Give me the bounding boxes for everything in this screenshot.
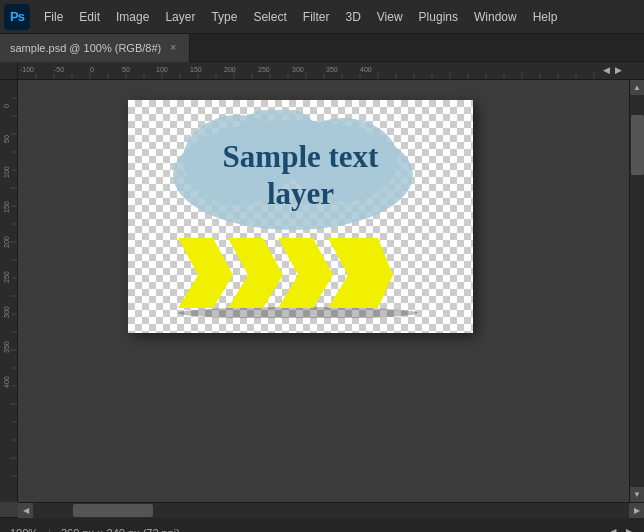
vertical-ruler: 0 50 100 150 200 250 300 350 400 [0,80,18,502]
menu-edit[interactable]: Edit [71,6,108,28]
svg-text:▶: ▶ [615,65,622,75]
document-dimensions: 360 px × 240 px (72 ppi) [61,527,180,533]
svg-text:200: 200 [224,66,236,73]
svg-marker-83 [278,238,333,308]
svg-text:50: 50 [3,135,10,143]
horizontal-ruler: -100 -50 0 50 100 150 200 250 300 350 40… [18,62,644,80]
svg-text:400: 400 [3,376,10,388]
menu-select[interactable]: Select [245,6,294,28]
menu-file[interactable]: File [36,6,71,28]
svg-text:150: 150 [190,66,202,73]
svg-text:300: 300 [292,66,304,73]
svg-text:-100: -100 [20,66,34,73]
scroll-thumb-horizontal[interactable] [73,504,153,517]
svg-text:200: 200 [3,236,10,248]
scroll-up-button[interactable]: ▲ [630,80,645,95]
svg-text:350: 350 [326,66,338,73]
scroll-arrow-left[interactable]: ◀ [608,526,616,532]
canvas-content: Sample text layer [128,100,473,333]
menu-layer[interactable]: Layer [157,6,203,28]
tab-bar: sample.psd @ 100% (RGB/8#) × [0,34,644,62]
document-tab[interactable]: sample.psd @ 100% (RGB/8#) × [0,34,190,62]
svg-text:100: 100 [3,166,10,178]
menu-3d[interactable]: 3D [337,6,368,28]
sample-text-line1: Sample text [223,138,379,175]
menu-type[interactable]: Type [203,6,245,28]
svg-text:250: 250 [258,66,270,73]
menu-help[interactable]: Help [525,6,566,28]
svg-marker-84 [328,238,393,308]
bottom-scrollbar-row: ◀ ▶ [18,502,644,517]
main-area: 0 50 100 150 200 250 300 350 400 [0,80,644,502]
svg-text:-50: -50 [54,66,64,73]
canvas-area[interactable]: Sample text layer [18,80,629,502]
menu-filter[interactable]: Filter [295,6,338,28]
menu-image[interactable]: Image [108,6,157,28]
menu-view[interactable]: View [369,6,411,28]
menu-plugins[interactable]: Plugins [411,6,466,28]
svg-point-80 [178,307,418,318]
right-scrollbar[interactable]: ▲ ▼ [629,80,644,502]
tab-close-button[interactable]: × [167,41,179,54]
svg-text:0: 0 [3,104,10,108]
svg-text:300: 300 [3,306,10,318]
zoom-level: 100% [10,527,38,533]
svg-text:◀: ◀ [603,65,610,75]
svg-text:100: 100 [156,66,168,73]
svg-text:250: 250 [3,271,10,283]
svg-marker-82 [228,238,283,308]
sample-text-layer: Sample text layer [223,138,379,212]
scroll-track-horizontal[interactable] [33,503,629,518]
ps-logo: Ps [4,4,30,30]
chevron-layer [158,233,438,318]
svg-text:50: 50 [122,66,130,73]
svg-text:350: 350 [3,341,10,353]
scroll-track-vertical[interactable] [630,95,645,487]
scroll-left-button[interactable]: ◀ [18,503,33,518]
scroll-arrow-right[interactable]: ▶ [626,526,634,532]
document-canvas: Sample text layer [128,100,473,333]
sample-text-line2: layer [223,175,379,212]
svg-text:150: 150 [3,201,10,213]
scroll-thumb-vertical[interactable] [631,115,644,175]
svg-text:0: 0 [90,66,94,73]
svg-marker-81 [178,238,233,308]
scroll-right-button[interactable]: ▶ [629,503,644,518]
scroll-down-button[interactable]: ▼ [630,487,645,502]
menu-bar: Ps File Edit Image Layer Type Select Fil… [0,0,644,34]
status-bar: 100% | 360 px × 240 px (72 ppi) ◀ ▶ [0,517,644,532]
tab-label: sample.psd @ 100% (RGB/8#) [10,42,161,54]
svg-text:400: 400 [360,66,372,73]
menu-window[interactable]: Window [466,6,525,28]
h-ruler-row: -100 -50 0 50 100 150 200 250 300 350 40… [0,62,644,80]
